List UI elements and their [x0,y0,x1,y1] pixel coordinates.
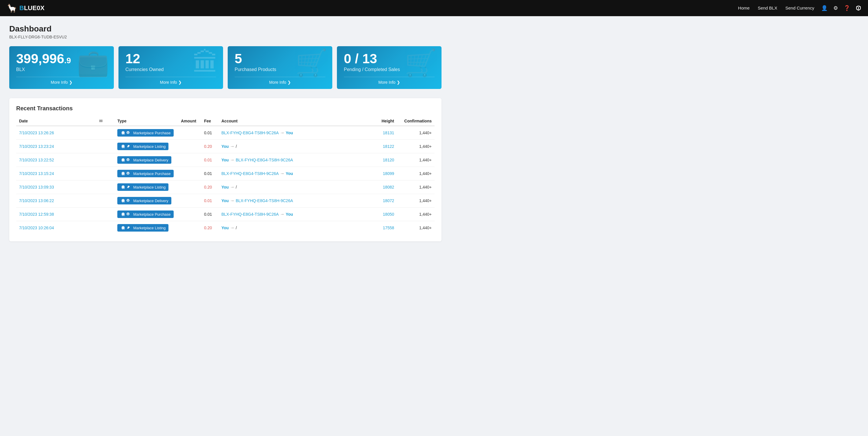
account-link-to[interactable]: BLX-FYHQ-E8G4-TS8H-9C26A [236,158,293,162]
svg-rect-26 [122,186,124,186]
tx-envelope [96,194,115,208]
col-date: Date [16,116,96,126]
tx-date[interactable]: 7/10/2023 12:59:38 [16,208,96,221]
arrow-icon: → [280,171,285,176]
tx-height[interactable]: 17558 [371,221,397,235]
tx-type: $ Marketplace Delivery [115,194,178,208]
user-icon[interactable]: 👤 [821,5,828,11]
main-content: Dashboard BLX-FLLY-DRG6-TUDB-ESVU2 399,9… [0,16,451,249]
svg-rect-7 [122,145,124,145]
envelope-icon: ✉ [99,119,102,123]
type-label: Marketplace Purchase [133,131,170,135]
arrow-icon: → [230,198,235,203]
type-badge: $ Marketplace Delivery [117,156,171,164]
stat-products-label: Purchased Products [235,67,276,72]
tx-date[interactable]: 7/10/2023 10:26:04 [16,221,96,235]
stat-cards: 399,996.9 BLX 💼 More Info ❯ 12 Currencie… [9,46,441,89]
you-tag-from: You [221,226,228,230]
account-to-slash: / [236,144,237,149]
svg-point-3 [124,134,124,135]
help-icon[interactable]: ❓ [844,5,850,11]
tx-date[interactable]: 7/10/2023 13:06:22 [16,194,96,208]
account-link-to[interactable]: BLX-FYHQ-E8G4-TS8H-9C26A [236,198,293,203]
stat-blx-more-info[interactable]: More Info ❯ [16,77,107,88]
arrow-icon: → [280,130,285,135]
stat-sales-more-info[interactable]: More Info ❯ [344,77,435,88]
tx-fee: 0.20 [201,180,218,194]
svg-rect-39 [122,212,124,213]
stat-card-sales: 0 / 13 Pending / Completed Sales 🛒 More … [337,46,441,89]
tx-envelope [96,153,115,167]
svg-rect-33 [122,199,124,200]
svg-point-22 [124,175,124,175]
svg-rect-14 [122,158,124,159]
nav-home[interactable]: Home [738,5,749,10]
svg-point-41 [124,215,124,216]
tx-height[interactable]: 18099 [371,167,397,180]
nav-send-blx[interactable]: Send BLX [757,5,777,10]
tx-envelope [96,140,115,153]
tx-date[interactable]: 7/10/2023 13:15:24 [16,167,96,180]
tx-account: You →/ [218,140,371,153]
svg-point-47 [124,229,124,230]
account-link-from[interactable]: BLX-FYHQ-E8G4-TS8H-9C26A [221,171,279,176]
stat-currencies-more-info[interactable]: More Info ❯ [125,77,216,88]
tx-height[interactable]: 18131 [371,126,397,140]
type-label: Marketplace Delivery [133,158,168,162]
tx-height[interactable]: 18122 [371,140,397,153]
table-row: 7/10/2023 13:15:24 $ Marketplace Purchas… [16,167,435,180]
svg-rect-38 [122,213,125,215]
power-icon[interactable]: ⏼ [856,5,861,11]
svg-point-35 [124,202,124,202]
tx-account: BLX-FYHQ-E8G4-TS8H-9C26A →You [218,167,371,180]
account-id: BLX-FLLY-DRG6-TUDB-ESVU2 [9,35,441,39]
tx-date[interactable]: 7/10/2023 13:09:33 [16,180,96,194]
svg-rect-44 [122,227,125,229]
tx-fee: 0.01 [201,153,218,167]
type-badge: $ Marketplace Purchase [117,210,174,218]
table-row: 7/10/2023 13:23:24 Marketplace Listi [16,140,435,153]
tx-height[interactable]: 18072 [371,194,397,208]
brand-logo[interactable]: 🦙 BLUE0X [7,3,44,13]
account-link-from[interactable]: BLX-FYHQ-E8G4-TS8H-9C26A [221,131,279,135]
tx-confirms: 1,440+ [397,194,435,208]
purchase-icon: $ [120,171,131,176]
svg-point-27 [122,188,123,189]
tx-fee: 0.01 [201,208,218,221]
arrow-icon: → [230,157,235,163]
svg-text:$: $ [127,132,129,134]
tx-date[interactable]: 7/10/2023 13:22:52 [16,153,96,167]
purchase-icon: $ [120,130,131,135]
tx-height[interactable]: 18120 [371,153,397,167]
cart-icon-products: 🛒 [295,50,328,76]
tx-fee: 0.20 [201,221,218,235]
tx-confirms: 1,440+ [397,208,435,221]
svg-text:$: $ [127,159,129,161]
svg-point-16 [124,161,124,162]
type-label: Marketplace Listing [133,144,165,149]
nav-send-currency[interactable]: Send Currency [785,5,814,10]
tx-confirms: 1,440+ [397,180,435,194]
tx-envelope [96,221,115,235]
account-link-from[interactable]: BLX-FYHQ-E8G4-TS8H-9C26A [221,212,279,216]
tx-date[interactable]: 7/10/2023 13:26:26 [16,126,96,140]
tx-date[interactable]: 7/10/2023 13:23:24 [16,140,96,153]
stat-products-more-info[interactable]: More Info ❯ [235,77,326,88]
transactions-table: Date ✉ Type Amount Fee Account Height Co… [16,116,435,234]
table-row: 7/10/2023 12:59:38 $ Marketplace Purchas… [16,208,435,221]
table-row: 7/10/2023 10:26:04 Marketplace Listi [16,221,435,235]
gear-icon[interactable]: ⚙ [833,5,838,11]
you-tag-from: You [221,158,228,162]
svg-point-40 [122,215,123,216]
tx-height[interactable]: 18050 [371,208,397,221]
tx-amount [178,153,201,167]
stat-sales-number: 0 / 13 [344,52,400,65]
svg-point-8 [122,147,123,148]
you-tag-from: You [221,198,228,203]
stat-card-currencies: 12 Currencies Owned 🏛 More Info ❯ [119,46,223,89]
table-row: 7/10/2023 13:22:52 $ Marketplace Deliver… [16,153,435,167]
svg-point-28 [124,188,124,189]
stat-currencies-number: 12 [125,52,164,65]
you-tag-to: You [286,131,293,135]
tx-height[interactable]: 18082 [371,180,397,194]
